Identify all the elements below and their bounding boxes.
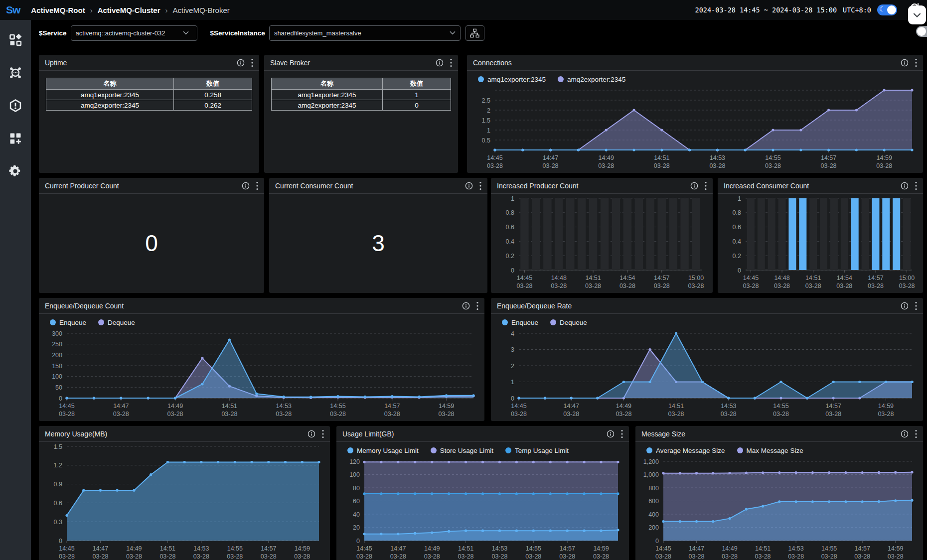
legend-item[interactable]: Store Usage Limit (431, 447, 493, 454)
sidebar-item-widgets[interactable] (8, 132, 22, 145)
memory-usage-chart[interactable]: 00.30.60.91.21.514:4503-2814:4703-2814:4… (43, 443, 326, 560)
panel-enqueue-dequeue-rate: Enqueue/Dequeue Rate EnqueueDequeue 0123… (491, 298, 923, 421)
info-icon[interactable] (607, 430, 615, 438)
svg-text:03-28: 03-28 (821, 162, 837, 169)
svg-text:03-28: 03-28 (721, 411, 737, 418)
panel-connections: Connections amq1exporter:2345amq2exporte… (467, 55, 923, 173)
skywalking-logo[interactable]: Sw (6, 4, 20, 16)
info-icon[interactable] (465, 182, 473, 190)
svg-text:03-28: 03-28 (805, 282, 821, 289)
increased-producer-chart[interactable]: 00.20.40.60.8114:4503-2814:4803-2814:510… (495, 195, 709, 291)
info-icon[interactable] (462, 302, 470, 310)
sidebar-item-settings[interactable] (8, 164, 22, 178)
svg-text:3: 3 (511, 346, 514, 353)
info-icon[interactable] (901, 59, 909, 67)
increased-consumer-chart[interactable]: 00.20.40.60.8114:4503-2814:4803-2814:510… (722, 195, 919, 291)
svg-text:03-28: 03-28 (688, 282, 704, 289)
kebab-menu-icon[interactable] (450, 58, 452, 67)
table-row: amq2exporter:23450.262 (46, 100, 252, 111)
svg-text:120: 120 (349, 458, 360, 465)
kebab-menu-icon[interactable] (256, 181, 258, 190)
timezone[interactable]: UTC+8:0 (843, 6, 871, 14)
table-header: 数值 (174, 78, 252, 90)
enqueue-dequeue-count-chart[interactable]: 05010015020025030014:4503-2814:4703-2814… (43, 330, 480, 419)
kebab-menu-icon[interactable] (915, 429, 917, 438)
svg-text:03-28: 03-28 (113, 411, 129, 418)
dark-mode-toggle[interactable]: ☾ (877, 4, 897, 15)
legend-item[interactable]: Max Message Size (737, 447, 803, 454)
service-select-value: activemq::activemq-cluster-032 (76, 29, 178, 37)
info-icon[interactable] (690, 182, 698, 190)
svg-text:0: 0 (511, 267, 514, 274)
topology-view-button[interactable] (465, 25, 484, 41)
info-icon[interactable] (242, 182, 250, 190)
chart-legend: EnqueueDequeue (43, 315, 480, 330)
info-icon[interactable] (436, 59, 444, 67)
legend-item[interactable]: Dequeue (98, 319, 135, 326)
svg-text:800: 800 (648, 485, 659, 492)
info-icon[interactable] (901, 430, 909, 438)
message-size-chart[interactable]: 02004006008001,0001,20014:4503-2814:4703… (639, 458, 919, 560)
panel-header: Memory Usage(MB) (39, 426, 330, 442)
service-instance-select[interactable]: sharedfilesystem_mastersalve (269, 25, 461, 41)
legend-item[interactable]: Enqueue (502, 319, 538, 326)
info-icon[interactable] (308, 430, 315, 438)
toggle-knob (887, 5, 896, 14)
legend-item[interactable]: Enqueue (50, 319, 86, 326)
kebab-menu-icon[interactable] (915, 301, 917, 310)
usage-limit-chart[interactable]: 02040608010012014:4503-2814:4703-2814:49… (340, 458, 625, 560)
kebab-menu-icon[interactable] (251, 58, 253, 67)
chart-legend: amq1exporter:2345amq2exporter:2345 (471, 72, 919, 87)
panel-title: Enqueue/Dequeue Count (45, 302, 124, 310)
svg-text:14:51: 14:51 (458, 545, 473, 552)
svg-text:400: 400 (648, 511, 659, 518)
svg-text:14:53: 14:53 (193, 545, 209, 552)
svg-text:0.4: 0.4 (733, 238, 741, 245)
svg-text:1.5: 1.5 (482, 117, 490, 124)
slave-broker-table: 名称数值amq1exporter:23451amq2exporter:23450 (271, 78, 451, 111)
service-select[interactable]: activemq::activemq-cluster-032 (71, 25, 197, 41)
svg-text:03-28: 03-28 (525, 553, 541, 560)
info-icon[interactable] (901, 302, 909, 310)
info-icon[interactable] (901, 182, 909, 190)
sidebar-item-topology[interactable] (8, 66, 22, 80)
panel-header: Current Consumer Count (269, 178, 487, 194)
svg-text:14:51: 14:51 (222, 403, 237, 410)
svg-text:14:51: 14:51 (654, 154, 669, 161)
kebab-menu-icon[interactable] (476, 301, 478, 310)
table-cell: amq2exporter:2345 (272, 100, 383, 111)
breadcrumb-separator: › (165, 6, 168, 14)
kebab-menu-icon[interactable] (322, 429, 324, 438)
breadcrumb-cluster[interactable]: ActiveMQ-Cluster (98, 6, 160, 14)
legend-item[interactable]: amq2exporter:2345 (558, 76, 625, 83)
auto-refresh-toggle[interactable] (916, 26, 927, 37)
time-range[interactable]: 2024-03-28 14:45 ~ 2024-03-28 15:00 (695, 6, 837, 14)
svg-text:200: 200 (648, 524, 659, 531)
legend-item[interactable]: Memory Usage Limit (347, 447, 419, 454)
panel-header: Increased Consumer Count (718, 178, 923, 194)
collapse-header-button[interactable] (908, 5, 926, 24)
legend-label: Temp Usage Limit (515, 447, 569, 454)
sidebar-item-alerting[interactable] (8, 99, 22, 113)
enqueue-dequeue-rate-chart[interactable]: 0123414:4503-2814:4703-2814:4903-2814:51… (495, 330, 919, 419)
kebab-menu-icon[interactable] (915, 58, 917, 67)
legend-item[interactable]: Average Message Size (646, 447, 725, 454)
breadcrumb-root[interactable]: ActiveMQ-Root (31, 6, 85, 14)
svg-text:14:47: 14:47 (113, 403, 129, 410)
svg-text:14:53: 14:53 (492, 545, 507, 552)
legend-dot-icon (431, 447, 437, 453)
kebab-menu-icon[interactable] (705, 181, 707, 190)
sidebar-item-dashboards[interactable] (8, 33, 22, 47)
info-icon[interactable] (237, 59, 245, 67)
legend-item[interactable]: amq1exporter:2345 (478, 76, 546, 83)
kebab-menu-icon[interactable] (621, 429, 623, 438)
legend-item[interactable]: Dequeue (550, 319, 587, 326)
kebab-menu-icon[interactable] (915, 181, 917, 190)
svg-text:14:53: 14:53 (721, 403, 736, 410)
kebab-menu-icon[interactable] (479, 181, 481, 190)
svg-text:03-28: 03-28 (825, 411, 841, 418)
svg-text:14:53: 14:53 (788, 545, 803, 552)
connections-chart[interactable]: 0.511.522.514:4503-2814:4703-2814:4903-2… (471, 87, 919, 171)
legend-item[interactable]: Temp Usage Limit (505, 447, 569, 454)
svg-text:14:45: 14:45 (356, 545, 372, 552)
